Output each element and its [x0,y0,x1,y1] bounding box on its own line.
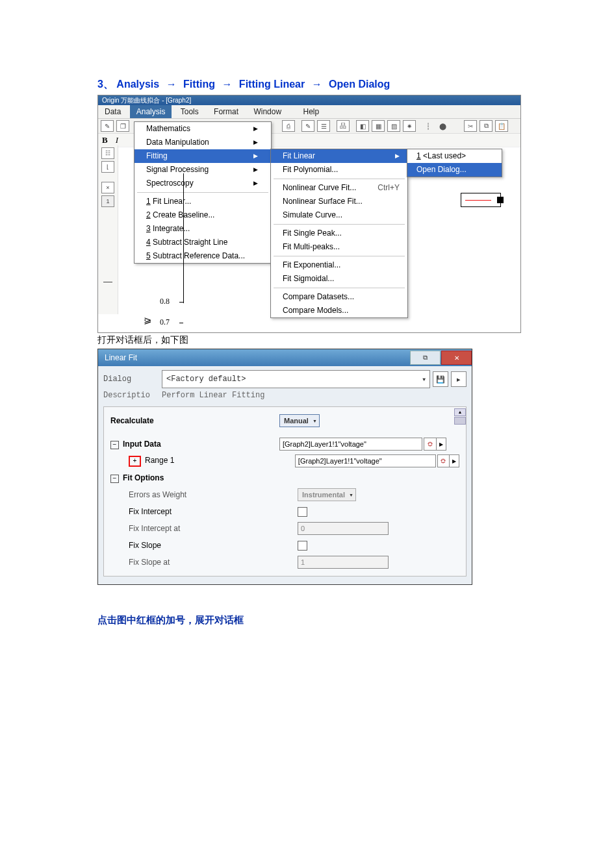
plot-legend [461,193,501,207]
submenu-arrow-icon: ▶ [253,122,258,136]
scrollbar[interactable]: ▲ [454,408,465,423]
fix-intercept-checkbox[interactable] [298,507,307,517]
toolbar-icon[interactable]: ❐ [116,120,129,132]
fix-slope-checkbox[interactable] [298,541,307,551]
axis-tick [179,323,183,323]
heading-step-2: Fitting [183,79,215,90]
menu-help[interactable]: Help [296,105,326,118]
submenu-arrow-icon: ▶ [253,177,258,190]
theme-combo[interactable]: <Factory default> ▼ [162,370,430,388]
menu-item-simulate-curve[interactable]: Simulate Curve... [271,208,407,222]
shortcut-label: Ctrl+Y [365,181,400,195]
fix-slope-at-label: Fix Slope at [110,558,298,567]
menu-item-spectroscopy[interactable]: Spectroscopy▶ [134,177,271,190]
fix-intercept-at-label: Fix Intercept at [110,524,298,533]
range-selector-icon[interactable]: ⯐ [424,438,437,451]
fix-slope-at-field: 1 [298,556,389,569]
cut-icon[interactable]: ✂ [464,120,477,132]
collapse-icon[interactable]: − [110,441,119,449]
fitting-submenu: Fit Linear▶ Fit Polynomial... Nonlinear … [270,149,408,318]
input-data-field[interactable]: [Graph2]Layer1!1"voltage" [279,438,422,451]
scroll-thumb[interactable] [454,417,466,425]
fit-options-label: −Fit Options [110,473,279,483]
print-icon[interactable]: ⎙ [282,120,295,132]
range1-field[interactable]: [Graph2]Layer1!1"voltage" [295,454,436,467]
menu-item-compare-datasets[interactable]: Compare Datasets... [271,290,407,304]
menu-separator [274,288,405,288]
toolbar-icon[interactable]: ◧ [356,120,369,132]
fix-intercept-at-field: 0 [298,522,389,535]
toolbar-icon[interactable]: ⬤ [437,121,448,131]
menu-data[interactable]: Data [98,105,127,118]
dropdown-arrow-icon: ▼ [422,377,426,382]
submenu-arrow-icon: ▶ [395,149,400,163]
recalculate-select[interactable]: Manual [279,414,320,427]
menu-item-recent-4[interactable]: 4 Subtract Straight Line [134,236,271,249]
menu-analysis[interactable]: Analysis [130,105,172,118]
menu-item-compare-models[interactable]: Compare Models... [271,304,407,317]
rollup-button[interactable]: ⧉ [410,351,441,365]
paste-icon[interactable]: 📋 [495,120,508,132]
toolbar-icon[interactable]: 品 [337,120,350,132]
menu-separator [137,192,268,193]
side-icon[interactable]: ☷ [101,147,114,159]
range-selector-icon[interactable]: ⯐ [437,454,450,467]
caption-text: 打开对话框后，如下图 [97,334,517,346]
menu-item-nonlinear-surface[interactable]: Nonlinear Surface Fit... [271,195,407,208]
heading-step-3: Fitting Linear [239,79,305,90]
menu-format[interactable]: Format [207,105,245,118]
menu-item-last-used[interactable]: 1 <Last used> [407,149,502,163]
menu-separator [274,224,405,225]
menu-item-open-dialog[interactable]: Open Dialog... [407,163,502,177]
collapse-icon[interactable]: − [110,475,119,483]
copy-icon[interactable]: ⧉ [480,120,492,132]
theme-menu-icon[interactable]: ▸ [451,371,467,387]
toolbar-icon[interactable]: ▦ [372,120,385,132]
side-icon: — [102,276,114,286]
linear-fit-dialog: Linear Fit ⧉ ✕ Dialog <Factory default> … [97,349,472,585]
menu-item-fit-single-peak[interactable]: Fit Single Peak... [271,227,407,240]
toolbar-icon[interactable]: ✎ [101,120,114,132]
side-icon[interactable]: ⌊ [101,161,114,173]
menu-item-nonlinear-curve[interactable]: Nonlinear Curve Fit...Ctrl+Y [271,181,407,195]
toolbar-icon[interactable]: ☰ [317,120,330,132]
arrow-icon: → [308,79,326,90]
legend-line-icon [465,200,491,201]
menu-item-fit-sigmoidal[interactable]: Fit Sigmoidal... [271,272,407,286]
toolbar-icon[interactable]: ✷ [403,120,416,132]
toolbar-icon[interactable]: ✎ [301,120,314,132]
save-theme-icon[interactable]: 💾 [433,371,448,387]
menu-item-recent-5[interactable]: 5 Subtract Reference Data... [134,249,271,263]
close-button[interactable]: ✕ [441,351,472,365]
menu-item-signal-processing[interactable]: Signal Processing▶ [134,163,271,177]
menu-item-fit-exponential[interactable]: Fit Exponential... [271,258,407,272]
range-menu-icon[interactable]: ▶ [450,454,459,467]
menu-item-recent-3[interactable]: 3 Integrate... [134,222,271,236]
range-menu-icon[interactable]: ▶ [437,438,446,451]
menu-item-fit-multi-peaks[interactable]: Fit Multi-peaks... [271,240,407,254]
side-icon[interactable]: × [101,182,114,193]
menu-item-data-manipulation[interactable]: Data Manipulation▶ [134,136,271,149]
fit-linear-submenu: 1 <Last used> Open Dialog... [407,149,502,177]
menu-window[interactable]: Window [247,105,288,118]
menu-item-recent-2[interactable]: 2 Create Baseline... [134,208,271,222]
menu-item-mathematics[interactable]: Mathematics▶ [134,122,271,136]
theme-value: <Factory default> [166,375,246,384]
menu-item-fit-polynomial[interactable]: Fit Polynomial... [271,163,407,177]
toolbar-icon[interactable]: ┆ [422,121,434,131]
dialog-titlebar: Linear Fit ⧉ ✕ [98,349,472,366]
italic-button[interactable]: I [116,135,118,145]
menu-tools[interactable]: Tools [174,105,205,118]
errors-as-weight-select: Instrumental [298,488,356,501]
menu-item-fitting[interactable]: Fitting▶ [134,149,271,163]
legend-marker-icon [497,197,504,203]
bold-button[interactable]: B [102,135,108,145]
expand-icon[interactable]: + [129,456,141,467]
toolbar-icon[interactable]: ▨ [387,120,400,132]
menu-item-recent-1[interactable]: 1 Fit Linear... [134,195,271,208]
heading-number: 3、 [97,79,114,90]
main-menubar: Data Analysis Tools Format Window Help [98,105,520,119]
side-icon[interactable]: 1 [101,195,114,207]
scroll-up-icon[interactable]: ▲ [454,408,466,416]
menu-item-fit-linear[interactable]: Fit Linear▶ [271,149,407,163]
